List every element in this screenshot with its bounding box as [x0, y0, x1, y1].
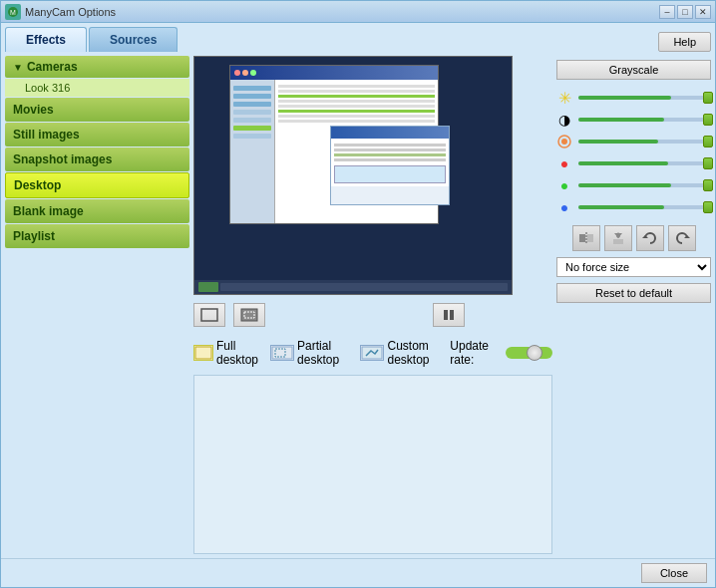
bottom-bar: Close	[1, 558, 715, 587]
sidebar-item-look316[interactable]: Look 316	[5, 79, 189, 97]
red-slider-row: ●	[556, 155, 711, 171]
update-rate-slider[interactable]	[506, 347, 552, 359]
custom-desktop-icon	[360, 345, 384, 361]
svg-text:M: M	[10, 9, 16, 16]
full-desktop-icon	[193, 345, 213, 361]
svg-rect-13	[579, 234, 585, 242]
svg-rect-5	[444, 310, 448, 320]
green-track[interactable]	[578, 183, 711, 187]
window-controls: – □ ✕	[659, 5, 711, 19]
update-rate: Update rate:	[450, 339, 552, 367]
fit-button[interactable]	[193, 303, 225, 327]
force-size-row: No force size 160x120 320x240 640x480 12…	[556, 257, 711, 277]
full-desktop-label: Full desktop	[216, 339, 258, 367]
svg-marker-18	[684, 235, 690, 238]
custom-desktop-label: Custom desktop	[387, 339, 444, 367]
title-bar: M ManyCam Options – □ ✕	[1, 1, 715, 23]
contrast-icon: ◑	[556, 112, 572, 128]
main-content: ▼ Cameras Look 316 Movies Still images S…	[1, 52, 715, 558]
video-area	[193, 56, 552, 295]
video-controls	[193, 299, 552, 331]
force-size-select[interactable]: No force size 160x120 320x240 640x480 12…	[556, 257, 711, 277]
partial-desktop-icon	[270, 345, 294, 361]
minimize-button[interactable]: –	[659, 5, 675, 19]
svg-rect-16	[613, 239, 623, 244]
sliders-section: ✳ ◑	[556, 86, 711, 219]
svg-rect-2	[201, 309, 217, 321]
close-window-button[interactable]: ✕	[695, 5, 711, 19]
saturation-track[interactable]	[578, 140, 711, 144]
sidebar-item-desktop[interactable]: Desktop	[5, 172, 189, 198]
full-desktop-option[interactable]: Full desktop	[193, 339, 258, 367]
close-button[interactable]: Close	[641, 563, 707, 583]
blue-icon: ●	[556, 199, 572, 215]
brightness-track[interactable]	[578, 96, 711, 100]
extra-panel	[193, 375, 552, 554]
effect-buttons	[556, 225, 711, 251]
tabs-bar: Effects Sources Help	[1, 23, 715, 52]
crop-button[interactable]	[233, 303, 265, 327]
window-title: ManyCam Options	[25, 6, 659, 18]
sidebar-item-playlist[interactable]: Playlist	[5, 224, 189, 248]
right-panel: Grayscale ✳ ◑	[556, 56, 711, 554]
custom-desktop-option[interactable]: Custom desktop	[360, 339, 444, 367]
video-preview	[193, 56, 513, 295]
sidebar-item-blank-image[interactable]: Blank image	[5, 199, 189, 223]
brightness-icon: ✳	[556, 90, 572, 106]
tab-effects[interactable]: Effects	[5, 27, 87, 52]
cameras-arrow: ▼	[13, 62, 23, 73]
tab-sources[interactable]: Sources	[89, 27, 178, 52]
rotate-left-button[interactable]	[636, 225, 664, 251]
help-button[interactable]: Help	[658, 32, 711, 52]
rate-thumb	[527, 345, 542, 361]
partial-desktop-label: Partial desktop	[297, 339, 348, 367]
contrast-slider-row: ◑	[556, 112, 711, 128]
center-panel: Full desktop Partial desktop	[193, 56, 552, 554]
partial-desktop-option[interactable]: Partial desktop	[270, 339, 348, 367]
flip-vertical-button[interactable]	[604, 225, 632, 251]
flip-horizontal-button[interactable]	[572, 225, 600, 251]
svg-rect-6	[450, 310, 454, 320]
svg-rect-7	[195, 347, 211, 359]
blue-slider-row: ●	[556, 199, 711, 215]
rotate-right-button[interactable]	[668, 225, 696, 251]
contrast-track[interactable]	[578, 118, 711, 122]
desktop-options: Full desktop Partial desktop	[193, 335, 552, 371]
blue-track[interactable]	[578, 205, 711, 209]
svg-point-12	[561, 139, 567, 145]
app-icon: M	[5, 4, 21, 20]
cameras-label: Cameras	[27, 60, 78, 74]
green-slider-row: ●	[556, 177, 711, 193]
saturation-icon	[556, 134, 572, 149]
saturation-slider-row	[556, 134, 711, 149]
grayscale-button[interactable]: Grayscale	[556, 60, 711, 80]
main-window: M ManyCam Options – □ ✕ Effects Sources …	[0, 0, 716, 588]
sidebar: ▼ Cameras Look 316 Movies Still images S…	[5, 56, 189, 554]
pause-button[interactable]	[433, 303, 465, 327]
red-track[interactable]	[578, 161, 711, 165]
sidebar-item-movies[interactable]: Movies	[5, 98, 189, 122]
svg-rect-14	[587, 234, 593, 242]
maximize-button[interactable]: □	[677, 5, 693, 19]
reset-button[interactable]: Reset to default	[556, 283, 711, 303]
sidebar-cameras-header[interactable]: ▼ Cameras	[5, 56, 189, 78]
video-inner	[194, 57, 512, 294]
brightness-slider-row: ✳	[556, 90, 711, 106]
sidebar-item-still-images[interactable]: Still images	[5, 123, 189, 147]
sidebar-item-snapshot-images[interactable]: Snapshot images	[5, 147, 189, 171]
red-icon: ●	[556, 155, 572, 171]
svg-rect-10	[362, 347, 382, 359]
green-icon: ●	[556, 177, 572, 193]
update-rate-label: Update rate:	[450, 339, 502, 367]
svg-rect-3	[241, 309, 257, 321]
svg-marker-17	[642, 235, 648, 238]
